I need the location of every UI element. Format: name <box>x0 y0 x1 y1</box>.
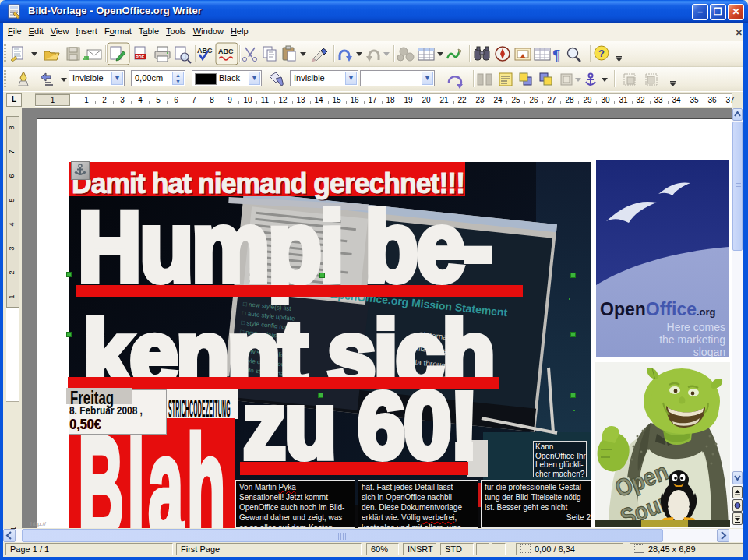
svg-text:Here comes: Here comes <box>667 321 725 333</box>
svg-text:slogan: slogan <box>693 346 725 357</box>
svg-text:ABC: ABC <box>218 48 234 55</box>
svg-text:¶: ¶ <box>552 47 560 63</box>
svg-text:?: ? <box>598 48 605 59</box>
svg-text:PDF: PDF <box>136 55 145 59</box>
svg-text:ABC: ABC <box>197 47 213 55</box>
svg-text:the marketing: the marketing <box>659 333 725 346</box>
